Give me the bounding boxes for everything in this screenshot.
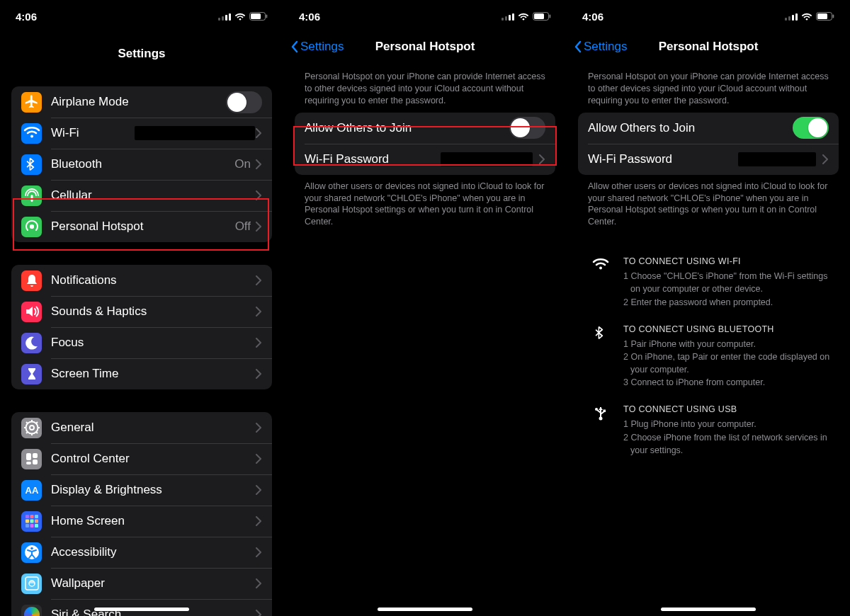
hotspot-off-screen: 4:06 Settings Personal Hotspot Personal … [283, 0, 567, 616]
accessibility-row[interactable]: Accessibility [11, 537, 272, 568]
battery-icon [816, 12, 834, 21]
wifi-icon [21, 123, 42, 144]
allow-others-row[interactable]: Allow Others to Join [578, 113, 839, 144]
row-label: Bluetooth [51, 157, 234, 171]
hotspot-options-group: Allow Others to Join Wi-Fi Password [295, 113, 555, 175]
cellular-row[interactable]: Cellular [11, 180, 272, 211]
row-label: Wallpaper [51, 576, 255, 591]
chevron-right-icon [255, 190, 262, 200]
wifi-password-label: Wi-Fi Password [588, 152, 738, 166]
help-title: TO CONNECT USING WI-FI [623, 255, 836, 268]
wallpaper-row[interactable]: Wallpaper [11, 568, 272, 599]
speaker-icon [21, 302, 42, 322]
help-step: 1 Choose "CHLOE's iPhone" from the Wi-Fi… [623, 270, 836, 295]
bluetooth-row[interactable]: BluetoothOn [11, 149, 272, 180]
notifications-row[interactable]: Notifications [11, 265, 272, 296]
personal-hotspot-row[interactable]: Personal HotspotOff [11, 211, 272, 242]
value-redacted [135, 126, 255, 140]
hourglass-icon [21, 364, 42, 384]
help-title: TO CONNECT USING BLUETOOTH [623, 323, 836, 336]
hotspot-description: Personal Hotspot on your iPhone can prov… [567, 65, 850, 113]
row-label: Notifications [51, 273, 255, 287]
row-label: General [51, 421, 255, 435]
chevron-right-icon [255, 338, 262, 348]
home-indicator[interactable] [661, 608, 756, 611]
screen-time-row[interactable]: Screen Time [11, 358, 272, 389]
row-label: Focus [51, 336, 255, 350]
help-bluetooth: TO CONNECT USING BLUETOOTH1 Pair iPhone … [567, 316, 850, 397]
allow-others-toggle[interactable] [793, 117, 829, 139]
back-label: Settings [300, 40, 344, 54]
row-value: Off [235, 219, 251, 234]
status-icons [218, 12, 268, 21]
back-button[interactable]: Settings [290, 40, 344, 54]
settings-screen: 4:06 Settings Airplane ModeWi-FiBluetoot… [0, 0, 283, 616]
chevron-right-icon [255, 159, 262, 169]
airplane-mode-toggle[interactable] [226, 91, 262, 113]
airplane-mode-row[interactable]: Airplane Mode [11, 86, 272, 118]
home-indicator[interactable] [378, 608, 472, 611]
wifi-password-row[interactable]: Wi-Fi Password [578, 144, 839, 175]
signal-icon [502, 12, 514, 21]
chevron-right-icon [255, 578, 262, 588]
help-step: 2 On iPhone, tap Pair or enter the code … [623, 350, 836, 376]
moon-icon [21, 333, 42, 353]
wifi-password-label: Wi-Fi Password [305, 152, 441, 166]
wifi-password-value-redacted [441, 152, 533, 166]
status-time: 4:06 [16, 11, 37, 23]
chevron-right-icon [255, 423, 262, 433]
wifi-password-row[interactable]: Wi-Fi Password [295, 144, 555, 175]
back-button[interactable]: Settings [574, 40, 627, 54]
nav-header: Settings Personal Hotspot [567, 28, 850, 65]
wifi-status-icon [518, 13, 528, 21]
help-step: 3 Connect to iPhone from computer. [623, 376, 836, 389]
aa-icon [21, 480, 42, 501]
chevron-right-icon [255, 547, 262, 557]
control-center-row[interactable]: Control Center [11, 443, 272, 474]
wifi-status-icon [235, 13, 245, 21]
back-label: Settings [584, 40, 627, 54]
chevron-right-icon [822, 154, 829, 164]
wifi-icon [591, 255, 611, 309]
display-brightness-row[interactable]: Display & Brightness [11, 474, 272, 506]
help-usb: TO CONNECT USING USB1 Plug iPhone into y… [567, 396, 850, 464]
back-chevron-icon [290, 40, 299, 53]
allow-others-label: Allow Others to Join [588, 121, 793, 135]
signal-icon [218, 12, 231, 21]
general-row[interactable]: General [11, 412, 272, 443]
settings-group-2: NotificationsSounds & HapticsFocusScreen… [11, 265, 272, 389]
chevron-right-icon [538, 154, 545, 164]
allow-others-toggle[interactable] [509, 117, 545, 139]
row-label: Airplane Mode [51, 95, 226, 109]
grid-icon [21, 511, 42, 532]
siri-icon [21, 605, 42, 617]
bluetooth-icon [591, 323, 611, 389]
page-title: Settings [0, 35, 283, 72]
row-label: Control Center [51, 452, 255, 466]
wi-fi-row[interactable]: Wi-Fi [11, 118, 272, 149]
wifi-password-value-redacted [738, 152, 816, 166]
row-label: Home Screen [51, 514, 255, 528]
help-step: 1 Plug iPhone into your computer. [623, 418, 836, 430]
row-label: Wi-Fi [51, 126, 135, 140]
help-step: 2 Choose iPhone from the list of network… [623, 431, 836, 457]
hotspot-description: Personal Hotspot on your iPhone can prov… [283, 65, 567, 113]
row-label: Accessibility [51, 545, 255, 559]
bluetooth-icon [21, 154, 42, 175]
hotspot-icon [21, 217, 42, 237]
chevron-right-icon [255, 610, 262, 616]
allow-others-footer: Allow other users or devices not signed … [283, 175, 567, 234]
help-step: 2 Enter the password when prompted. [623, 296, 836, 309]
home-screen-row[interactable]: Home Screen [11, 506, 272, 537]
chevron-right-icon [255, 485, 262, 495]
allow-others-row[interactable]: Allow Others to Join [295, 113, 555, 144]
signal-icon [785, 12, 798, 21]
hotspot-options-group: Allow Others to Join Wi-Fi Password [578, 113, 839, 175]
chevron-right-icon [255, 275, 262, 285]
bell-icon [21, 270, 42, 291]
cellular-icon [21, 186, 42, 206]
focus-row[interactable]: Focus [11, 327, 272, 358]
sounds-haptics-row[interactable]: Sounds & Haptics [11, 296, 272, 327]
home-indicator[interactable] [94, 608, 189, 611]
battery-icon [249, 12, 268, 21]
